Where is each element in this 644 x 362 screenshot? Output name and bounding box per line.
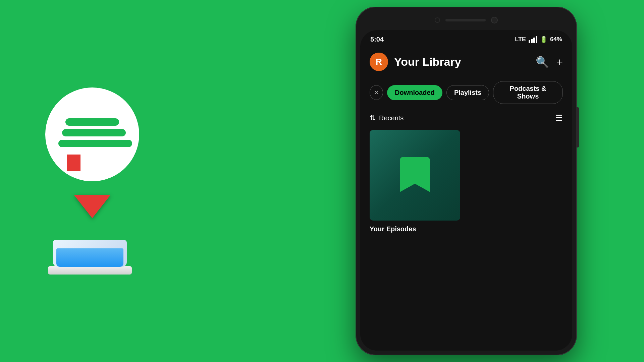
chip-label-downloaded: Downloaded [395, 89, 435, 96]
phone-top-bar [356, 7, 577, 34]
header-left: R Your Library [370, 53, 461, 71]
left-decoration [0, 0, 184, 362]
side-button [576, 107, 579, 147]
avatar-letter: R [376, 57, 382, 67]
status-bar: 5:04 LTE 🔋 64% [360, 30, 572, 46]
sort-row: ⇅ Recents ☰ [370, 113, 563, 123]
filter-chip-downloaded[interactable]: Downloaded [387, 85, 442, 100]
header-icons: 🔍 + [536, 57, 563, 67]
spotify-logo [45, 87, 139, 181]
download-illustration [53, 195, 132, 275]
spotify-bar-3 [58, 140, 132, 147]
bookmark-svg-icon [400, 157, 430, 194]
signal-icon [529, 36, 537, 43]
battery-icon: 🔋 [540, 36, 547, 43]
sort-label[interactable]: Recents [379, 114, 404, 122]
list-view-icon[interactable]: ☰ [555, 113, 563, 123]
phone-screen: 5:04 LTE 🔋 64% [360, 30, 572, 351]
battery-level: 64% [550, 36, 562, 43]
arrow-stem [67, 155, 80, 171]
tray-lip [48, 266, 132, 275]
status-right: LTE 🔋 64% [515, 36, 562, 43]
close-filter-button[interactable]: ✕ [370, 85, 383, 100]
phone-body: 5:04 LTE 🔋 64% [356, 7, 577, 355]
spotify-bar-2 [62, 129, 126, 136]
album-title: Your Episodes [370, 225, 416, 233]
filter-chip-playlists[interactable]: Playlists [446, 85, 489, 100]
filter-row: ✕ Downloaded Playlists Podcasts & Shows [370, 81, 563, 104]
add-button[interactable]: + [556, 57, 563, 67]
phone-device: 5:04 LTE 🔋 64% [356, 7, 577, 355]
chip-label-podcasts: Podcasts & Shows [510, 85, 546, 100]
filter-chip-podcasts[interactable]: Podcasts & Shows [493, 81, 563, 104]
tray-illustration [53, 240, 132, 275]
chip-label-playlists: Playlists [454, 89, 481, 96]
user-avatar[interactable]: R [370, 53, 388, 71]
network-type: LTE [515, 36, 526, 43]
arrow-head [74, 195, 111, 218]
library-header: R Your Library 🔍 + [370, 53, 563, 71]
signal-bar-1 [529, 40, 530, 43]
speaker-grill [445, 19, 486, 21]
camera-right [491, 17, 498, 23]
library-title: Your Library [394, 55, 461, 68]
status-time: 5:04 [370, 36, 384, 43]
signal-bar-4 [536, 36, 537, 43]
sort-arrows-icon[interactable]: ⇅ [370, 114, 376, 122]
tray-fill [56, 248, 123, 267]
spotify-bars-decoration [52, 118, 132, 147]
spotify-bar-1 [65, 118, 119, 126]
sort-left: ⇅ Recents [370, 114, 404, 122]
camera-left [435, 17, 440, 23]
signal-bar-2 [531, 39, 533, 43]
app-content: R Your Library 🔍 + ✕ Downloaded [360, 46, 572, 240]
close-icon: ✕ [374, 88, 379, 97]
album-item[interactable]: Your Episodes [370, 130, 563, 233]
signal-bar-3 [533, 38, 535, 43]
album-artwork [370, 130, 460, 221]
tray-body [53, 240, 127, 267]
search-button[interactable]: 🔍 [536, 57, 549, 67]
